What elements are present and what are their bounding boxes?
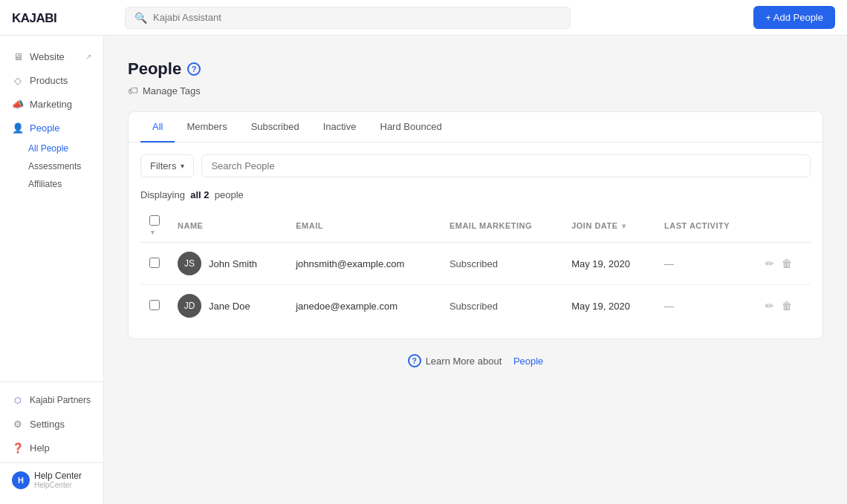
col-header-checkbox: ▾: [140, 209, 169, 243]
displaying-text: Displaying all 2 people: [140, 189, 811, 200]
search-bar[interactable]: 🔍: [125, 7, 571, 29]
sidebar-bottom: ⬡ Kajabi Partners ⚙ Settings ❓ Help H He…: [0, 382, 103, 495]
tag-icon: 🏷: [128, 85, 138, 96]
col-header-name: NAME: [169, 209, 287, 243]
name-cell: JS John Smith: [169, 243, 287, 285]
help-center-avatar: H: [12, 471, 30, 489]
select-all-checkbox[interactable]: [149, 215, 160, 226]
chevron-down-icon: ▾: [151, 229, 155, 236]
join-date-cell: May 19, 2020: [562, 285, 655, 327]
table-row: JD Jane Doe janedoe@example.com Subscrib…: [140, 285, 811, 327]
last-activity-cell: —: [655, 243, 756, 285]
tab-hard-bounced[interactable]: Hard Bounced: [369, 112, 454, 143]
manage-tags-label: Manage Tags: [143, 85, 201, 96]
tabs-container: All Members Subscribed Inactive Hard Bou…: [129, 112, 822, 143]
kajabi-partners-icon: ⬡: [12, 394, 24, 406]
avatar: JS: [178, 252, 201, 275]
chevron-down-icon: ▾: [181, 162, 184, 170]
sidebar-item-label: Help: [30, 442, 50, 454]
sidebar-item-website[interactable]: 🖥 Website ↗: [0, 45, 103, 68]
topbar-actions: + Add People: [753, 6, 835, 29]
col-header-email: EMAIL: [287, 209, 441, 243]
tab-subscribed[interactable]: Subscribed: [239, 112, 311, 143]
delete-icon[interactable]: 🗑: [782, 300, 792, 312]
sidebar-item-people[interactable]: 👤 People: [0, 116, 103, 140]
sidebar: 🖥 Website ↗ ◇ Products 📣 Marketing 👤 Peo…: [0, 36, 104, 504]
sidebar-item-help[interactable]: ❓ Help: [0, 436, 103, 459]
search-container: [201, 154, 811, 177]
layout: 🖥 Website ↗ ◇ Products 📣 Marketing 👤 Peo…: [0, 36, 847, 504]
svg-text:KAJABI: KAJABI: [12, 11, 56, 25]
tab-members[interactable]: Members: [175, 112, 238, 143]
email-marketing-cell: Subscribed: [441, 285, 562, 327]
name-cell: JD Jane Doe: [169, 285, 287, 327]
sort-icon: ▾: [622, 222, 626, 230]
avatar: JD: [178, 294, 201, 318]
learn-more-button[interactable]: ? Learn More about People: [408, 354, 544, 367]
sidebar-sub-item-assessments[interactable]: Assessments: [0, 157, 103, 175]
email-marketing-cell: Subscribed: [441, 243, 562, 285]
search-people-input[interactable]: [201, 154, 811, 177]
col-header-actions: [756, 209, 811, 243]
sidebar-item-label: Settings: [30, 419, 65, 430]
help-center-text: Help Center HelpCenter: [34, 471, 82, 489]
sidebar-item-settings[interactable]: ⚙ Settings: [0, 412, 103, 436]
sidebar-item-label: Website: [30, 51, 65, 62]
join-date-cell: May 19, 2020: [562, 243, 655, 285]
settings-icon: ⚙: [12, 418, 24, 430]
sidebar-spacer: [0, 193, 103, 382]
manage-tags[interactable]: 🏷 Manage Tags: [128, 85, 823, 96]
filters-row: Filters ▾: [140, 154, 811, 177]
page-header: People ?: [128, 59, 823, 79]
edit-icon[interactable]: ✏: [765, 300, 774, 312]
actions-cell: ✏ 🗑: [756, 285, 811, 327]
sidebar-item-label: Kajabi Partners: [30, 395, 91, 405]
marketing-icon: 📣: [12, 98, 24, 110]
edit-icon[interactable]: ✏: [765, 258, 774, 269]
sidebar-item-kajabi-partners[interactable]: ⬡ Kajabi Partners: [0, 388, 103, 412]
last-activity-cell: —: [655, 285, 756, 327]
sidebar-item-marketing[interactable]: 📣 Marketing: [0, 92, 103, 116]
sidebar-item-label: Products: [30, 75, 68, 86]
col-header-email-marketing: EMAIL MARKETING: [441, 209, 562, 243]
add-people-button[interactable]: + Add People: [753, 6, 835, 29]
sidebar-sub-item-all-people[interactable]: All People: [0, 140, 103, 157]
learn-more-section: ? Learn More about People: [128, 339, 823, 382]
sidebar-item-products[interactable]: ◇ Products: [0, 68, 103, 92]
filters-button[interactable]: Filters ▾: [140, 154, 194, 177]
search-input[interactable]: [153, 12, 561, 23]
people-table: ▾ NAME EMAIL EMAIL MARKETING JOIN DATE ▾…: [140, 209, 811, 327]
tab-inactive[interactable]: Inactive: [311, 112, 369, 143]
search-icon: 🔍: [134, 12, 147, 24]
delete-icon[interactable]: 🗑: [782, 258, 792, 269]
page-title: People: [128, 59, 181, 79]
actions-cell: ✏ 🗑: [756, 243, 811, 285]
sidebar-item-label: People: [30, 122, 59, 134]
row-checkbox-cell: [140, 243, 169, 285]
products-icon: ◇: [12, 74, 24, 86]
filters-label: Filters: [150, 160, 176, 171]
row-checkbox[interactable]: [149, 258, 160, 268]
col-header-join-date[interactable]: JOIN DATE ▾: [562, 209, 655, 243]
people-icon: 👤: [12, 122, 24, 134]
tab-all[interactable]: All: [140, 112, 175, 143]
sidebar-item-help-center[interactable]: H Help Center HelpCenter: [0, 462, 103, 495]
website-icon: 🖥: [12, 50, 24, 62]
help-icon: ❓: [12, 442, 24, 454]
row-checkbox[interactable]: [149, 300, 160, 310]
logo: KAJABI: [12, 10, 116, 26]
learn-more-icon: ?: [408, 354, 421, 367]
email-cell: johnsmith@example.com: [287, 243, 441, 285]
sidebar-sub-item-affiliates[interactable]: Affiliates: [0, 175, 103, 193]
table-row: JS John Smith johnsmith@example.com Subs…: [140, 243, 811, 285]
email-cell: janedoe@example.com: [287, 285, 441, 327]
table-area: Filters ▾ Displaying all 2 people: [129, 143, 822, 338]
row-checkbox-cell: [140, 285, 169, 327]
content-card: All Members Subscribed Inactive Hard Bou…: [128, 111, 823, 339]
page-help-icon[interactable]: ?: [187, 62, 201, 76]
main-content: People ? 🏷 Manage Tags All Members Subsc…: [104, 36, 847, 504]
external-link-icon: ↗: [85, 53, 91, 61]
sidebar-item-label: Marketing: [30, 99, 72, 110]
topbar: KAJABI 🔍 + Add People: [0, 0, 847, 36]
col-header-last-activity: LAST ACTIVITY: [655, 209, 756, 243]
